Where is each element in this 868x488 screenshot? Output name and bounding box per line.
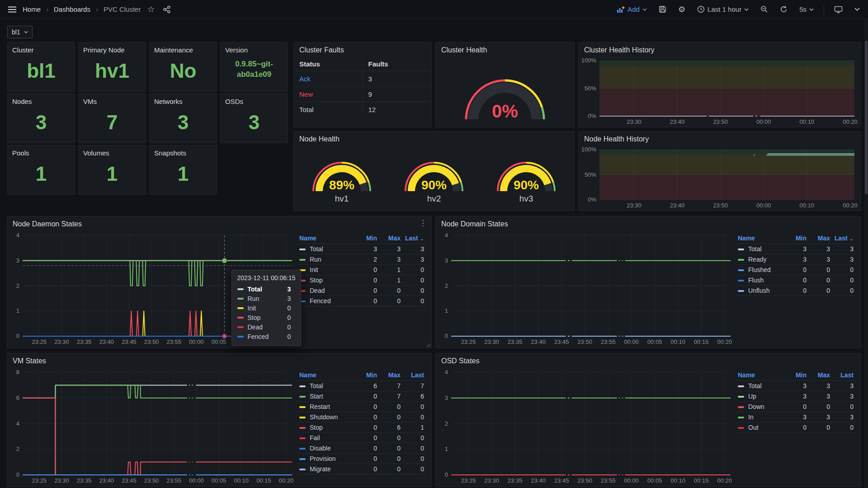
- legend-row[interactable]: Down000: [735, 402, 855, 412]
- series-max: 0: [808, 422, 832, 433]
- legend-header-min[interactable]: Min: [785, 233, 808, 244]
- zoom-out-time-button[interactable]: [759, 4, 770, 15]
- node-health-gauges: 89%hv190%hv290%hv3: [294, 144, 574, 204]
- legend-header-name[interactable]: Name: [297, 233, 355, 244]
- legend-row[interactable]: Total333: [735, 381, 855, 391]
- svg-text:8: 8: [16, 369, 19, 375]
- legend-row[interactable]: Out000: [735, 422, 855, 433]
- save-dashboard-button[interactable]: [657, 4, 668, 15]
- legend-header-max[interactable]: Max: [808, 233, 832, 244]
- legend-row[interactable]: Provision000: [297, 454, 426, 464]
- series-min: 0: [785, 286, 808, 296]
- legend-row[interactable]: Unflush000: [735, 286, 855, 296]
- tooltip-row: Total3: [237, 285, 296, 294]
- time-range-picker[interactable]: Last 1 hour: [695, 4, 750, 15]
- legend-header-min[interactable]: Min: [355, 233, 379, 244]
- tv-mode-button[interactable]: [832, 4, 844, 15]
- legend-row[interactable]: Init010: [297, 265, 426, 275]
- node-daemon-states-panel: Node Daemon States ⋮ 23:2523:3023:3523:4…: [7, 216, 432, 348]
- vm-states-chart[interactable]: 23:2523:3023:3523:4023:4523:5023:5500:00…: [7, 369, 297, 487]
- legend-header-max[interactable]: Max: [808, 370, 832, 381]
- add-panel-button[interactable]: Add: [615, 4, 649, 15]
- series-last: 0: [402, 433, 426, 443]
- legend-row[interactable]: Flushed000: [735, 265, 855, 275]
- series-color-pill: [299, 249, 306, 250]
- fault-status-ack[interactable]: Ack: [294, 71, 363, 87]
- legend-row[interactable]: Run233: [297, 254, 426, 265]
- scrollbar-track[interactable]: [864, 19, 868, 488]
- stat-value: 0.9.85~git-ab0a1e09: [221, 47, 288, 91]
- series-name: Fail: [310, 434, 320, 441]
- toolbar-collapse-button[interactable]: [853, 6, 862, 13]
- node-daemon-states-chart[interactable]: 23:2523:3023:3523:4023:4523:5023:5500:00…: [7, 232, 297, 348]
- legend-row[interactable]: Total333: [735, 244, 855, 254]
- breadcrumb-home[interactable]: Home: [23, 5, 41, 13]
- legend-header-name[interactable]: Name: [297, 370, 355, 381]
- legend-header-max[interactable]: Max: [379, 233, 402, 244]
- legend-row[interactable]: Fail000: [297, 433, 426, 443]
- svg-text:3: 3: [445, 394, 448, 401]
- hamburger-menu-button[interactable]: [6, 5, 18, 14]
- series-name: Dead: [310, 287, 325, 294]
- time-range-label: Last 1 hour: [708, 5, 741, 13]
- svg-text:3: 3: [16, 257, 19, 264]
- svg-text:1: 1: [445, 307, 448, 314]
- legend-row[interactable]: Ready333: [735, 254, 855, 265]
- scrollbar-thumb[interactable]: [865, 41, 868, 194]
- legend-header-last[interactable]: Last: [832, 370, 855, 381]
- legend-row[interactable]: Disable000: [297, 443, 426, 454]
- cluster-health-history-chart[interactable]: 23:3023:4023:5000:0000:1000:200%50%100%: [579, 57, 861, 127]
- legend-row[interactable]: Restart000: [297, 402, 426, 412]
- series-color-pill: [237, 288, 244, 290]
- legend-row[interactable]: Shutdown000: [297, 412, 426, 422]
- series-color-pill: [299, 406, 306, 408]
- legend-header-last[interactable]: Last⌄: [402, 233, 426, 244]
- series-name: Migrate: [310, 465, 331, 473]
- dashboard-settings-button[interactable]: ⚙: [676, 4, 687, 15]
- legend-row[interactable]: Total677: [297, 381, 426, 391]
- legend-header-name[interactable]: Name: [735, 370, 785, 381]
- legend-row[interactable]: Total333: [297, 244, 426, 254]
- legend-row[interactable]: Up333: [735, 391, 855, 402]
- legend-row[interactable]: Dead000: [297, 286, 426, 296]
- favorite-star-button[interactable]: ☆: [145, 3, 156, 15]
- panel-resize-handle[interactable]: [426, 343, 430, 347]
- series-color-pill: [237, 336, 244, 338]
- table-row: Total 12: [294, 102, 431, 117]
- legend-row[interactable]: Start076: [297, 391, 426, 402]
- osd-states-chart[interactable]: 23:2523:3023:3523:4023:4523:5023:5500:00…: [436, 369, 735, 487]
- legend-row[interactable]: Stop061: [297, 422, 426, 433]
- stat-value: 3: [8, 102, 75, 143]
- fault-status-new[interactable]: New: [294, 87, 363, 102]
- svg-text:23:30: 23:30: [54, 338, 69, 345]
- svg-text:23:35: 23:35: [508, 477, 523, 484]
- series-color-pill: [299, 385, 306, 387]
- svg-text:4: 4: [445, 369, 448, 375]
- legend-row[interactable]: Stop010: [297, 275, 426, 286]
- series-max: 0: [379, 286, 402, 296]
- legend-row[interactable]: Flush000: [735, 275, 855, 286]
- series-last: 0: [402, 443, 426, 454]
- share-icon: [163, 5, 171, 14]
- legend-header-name[interactable]: Name: [735, 233, 785, 244]
- node-health-history-chart[interactable]: 23:3023:4023:5000:0000:1000:200%50%100%: [579, 146, 861, 211]
- panel-menu-kebab-icon[interactable]: ⋮: [419, 219, 427, 227]
- vm-states-panel: VM States 23:2523:3023:3523:4023:4523:50…: [7, 353, 432, 487]
- refresh-interval-picker[interactable]: 5s: [797, 4, 816, 15]
- legend-row[interactable]: In333: [735, 412, 855, 422]
- legend-header-last[interactable]: Last: [402, 370, 426, 381]
- refresh-button[interactable]: [778, 4, 789, 15]
- legend-header-max[interactable]: Max: [379, 370, 402, 381]
- node-domain-states-chart[interactable]: 23:2523:3023:3523:4023:4523:5023:5500:00…: [436, 232, 735, 348]
- legend-header-min[interactable]: Min: [785, 370, 808, 381]
- series-last: 3: [832, 412, 855, 422]
- cluster-variable-dropdown[interactable]: bl1: [7, 26, 33, 38]
- legend-header-last[interactable]: Last⌄: [832, 233, 855, 244]
- share-button[interactable]: [161, 4, 173, 15]
- svg-text:23:55: 23:55: [166, 477, 181, 484]
- legend-row[interactable]: Migrate000: [297, 464, 426, 474]
- legend-row[interactable]: Fenced000: [297, 296, 426, 306]
- breadcrumb-dashboards[interactable]: Dashboards: [54, 5, 90, 13]
- svg-text:00:00: 00:00: [189, 477, 204, 484]
- legend-header-min[interactable]: Min: [355, 370, 379, 381]
